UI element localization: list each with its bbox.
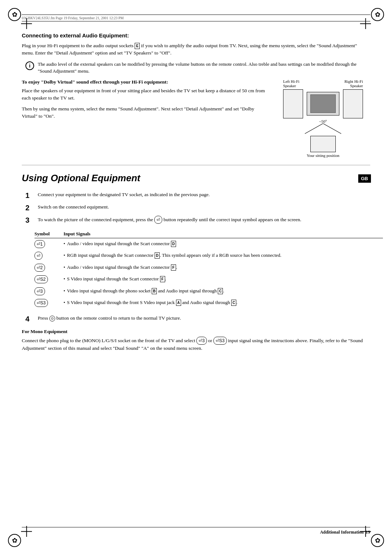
- input-sym-s3: ⏎S3: [34, 299, 48, 307]
- corner-gear-bottom-left: ✿: [8, 534, 21, 547]
- main-heading: Using Optional Equipment: [22, 173, 370, 184]
- signal-text-s2: S Video input signal through the Scart c…: [67, 275, 166, 283]
- signal-cell-2: • Audio / video input signal through the…: [64, 262, 383, 274]
- table-row: ⏎ • RGB input signal through the Scart c…: [34, 250, 383, 262]
- signal-cell-s3: • S Video Input signal through the front…: [64, 297, 383, 309]
- box-F-2: F: [171, 264, 176, 271]
- cross-top-left: [21, 18, 32, 29]
- step-1-text: Connect your equipment to the designated…: [38, 191, 210, 198]
- signal-text-rgb: RGB input signal through the Scart conne…: [67, 252, 282, 259]
- table-row: ⏎1 • Audio / video input signal through …: [34, 238, 383, 250]
- bullet-item-3: • Video input signal through the phono s…: [64, 287, 379, 295]
- box-C-3: C: [218, 288, 223, 294]
- bullet-item-1: • Audio / video input signal through the…: [64, 240, 379, 247]
- symbol-cell-s3: ⏎S3: [34, 297, 64, 309]
- box-A-s3: A: [176, 300, 181, 306]
- step-1-num: 1: [25, 191, 33, 200]
- table-row: ⏎2 • Audio / video input signal through …: [34, 262, 383, 274]
- step-4: 4 Press ⊙ button on the remote control t…: [25, 315, 370, 323]
- sitting-label: Your sitting position: [307, 153, 339, 158]
- gb-badge: GB: [358, 174, 371, 183]
- dolby-para2: Then by using the menu system, select th…: [22, 105, 269, 120]
- page-footer: Additional Information 19: [22, 527, 370, 535]
- svg-line-1: [323, 123, 341, 134]
- input-button-symbol: ⏎: [154, 216, 162, 224]
- dolby-subheading: To enjoy "Dolby Virtual" sound effect th…: [22, 79, 269, 85]
- left-column: To enjoy "Dolby Virtual" sound effect th…: [22, 79, 269, 158]
- step-4-text: Press ⊙ button on the remote control to …: [38, 315, 181, 322]
- bullet-item-rgb: • RGB input signal through the Scart con…: [64, 252, 379, 259]
- corner-gear-top-right: ✿: [371, 8, 384, 21]
- bullet-3: •: [64, 287, 65, 295]
- signal-cell-s2: • S Video input signal through the Scart…: [64, 274, 383, 285]
- speaker-diagram: Left Hi-FiSpeaker Right Hi-FiSpeaker ~50…: [279, 79, 367, 158]
- bullet-s2: •: [64, 275, 65, 283]
- input-sym-1: ⏎1: [34, 240, 45, 248]
- corner-gear-bottom-right: ✿: [371, 534, 384, 547]
- step-3-num: 3: [25, 216, 33, 224]
- section-optional-equipment: Using Optional Equipment GB 1 Connect yo…: [22, 173, 370, 352]
- signal-cell-3: • Video input signal through the phono s…: [64, 285, 383, 297]
- input-sym-mono3b: ⏎S3: [213, 337, 227, 345]
- mono-heading: For Mono Equipment: [22, 329, 370, 335]
- section-separator: [22, 165, 370, 165]
- header-line-text: 03GBKV24LS35U.fm Page 19 Friday, Septemb…: [22, 16, 124, 20]
- bullet-s3: •: [64, 299, 65, 306]
- info-box: i The audio level of the external speake…: [25, 61, 370, 75]
- section-audio-para1: Plug in your Hi-Fi equipment to the audi…: [22, 42, 370, 57]
- section-audio-equipment: Connecting to external Audio Equipment: …: [22, 32, 370, 158]
- symbol-cell-s2: ⏎S2: [34, 274, 64, 285]
- mono-text: Connect the phono plug to the (MONO) L/G…: [22, 337, 370, 352]
- left-speaker-box: [283, 89, 303, 118]
- bullet-1: •: [64, 240, 65, 247]
- symbol-cell-2: ⏎2: [34, 262, 64, 274]
- speaker-labels: Left Hi-FiSpeaker Right Hi-FiSpeaker: [283, 79, 363, 88]
- step-2-text: Switch on the connected equipment.: [38, 203, 109, 211]
- footer-page-num: 19: [366, 529, 370, 535]
- input-sym-3: ⏎3: [34, 287, 45, 295]
- signal-text-s3: S Video Input signal through the front S…: [67, 299, 238, 306]
- signal-cell-1: • Audio / video input signal through the…: [64, 238, 383, 250]
- box-F-s2: F: [160, 276, 165, 282]
- tv-box: [307, 92, 339, 116]
- tv-screen: [310, 94, 336, 113]
- input-sym-rgb: ⏎: [34, 252, 42, 260]
- bullet-2: •: [64, 264, 65, 271]
- step-2-num: 2: [25, 203, 33, 212]
- bullet-item-2: • Audio / video input signal through the…: [64, 264, 379, 271]
- for-mono-section: For Mono Equipment Connect the phono plu…: [22, 329, 370, 352]
- box-B-3: B: [152, 288, 157, 294]
- box-C-s3: C: [231, 300, 236, 306]
- header-line: 03GBKV24LS35U.fm Page 19 Friday, Septemb…: [22, 15, 370, 21]
- socket-E-label: E: [135, 43, 140, 49]
- signal-cell-rgb: • RGB input signal through the Scart con…: [64, 250, 383, 262]
- table-header-signals: Input Signals: [64, 230, 383, 238]
- input-sym-mono3a: ⏎3: [196, 337, 207, 345]
- step-4-num: 4: [25, 315, 33, 323]
- input-sym-s2: ⏎S2: [34, 275, 48, 283]
- symbol-cell-1: ⏎1: [34, 238, 64, 250]
- table-row: ⏎S2 • S Video input signal through the S…: [34, 274, 383, 285]
- step-3-text: To watch the picture of the connected eq…: [38, 216, 301, 224]
- sitting-position: Your sitting position: [307, 136, 339, 158]
- table-row: ⏎3 • Video input signal through the phon…: [34, 285, 383, 297]
- table-header-symbol: Symbol: [34, 230, 64, 238]
- info-box-text: The audio level of the external speakers…: [38, 61, 370, 75]
- symbol-cell-3: ⏎3: [34, 285, 64, 297]
- step-1: 1 Connect your equipment to the designat…: [25, 191, 370, 200]
- input-sym-2: ⏎2: [34, 264, 45, 272]
- bullet-item-s3: • S Video Input signal through the front…: [64, 299, 379, 306]
- right-speaker-box: [343, 89, 363, 118]
- signal-text-3: Video input signal through the phono soc…: [67, 287, 224, 295]
- box-D-rgb: D: [155, 252, 160, 259]
- footer-label: Additional Information: [320, 530, 364, 535]
- tv-button-symbol: ⊙: [49, 316, 55, 321]
- svg-line-0: [305, 123, 323, 134]
- signal-table: Symbol Input Signals ⏎1 • Audio / video …: [34, 230, 383, 309]
- speaker-row: [283, 89, 363, 118]
- angle-label: ~50°: [319, 119, 327, 123]
- signal-text-2: Audio / video input signal through the S…: [67, 264, 177, 271]
- numbered-list: 1 Connect your equipment to the designat…: [25, 191, 370, 224]
- step-3: 3 To watch the picture of the connected …: [25, 216, 370, 224]
- table-row: ⏎S3 • S Video Input signal through the f…: [34, 297, 383, 309]
